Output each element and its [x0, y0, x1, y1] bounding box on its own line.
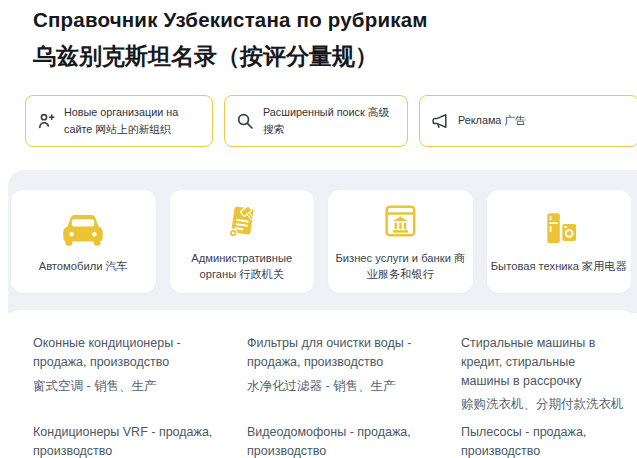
directory-page: Справочник Узбекистана по рубрикам 乌兹别克斯…: [0, 0, 637, 458]
rubric-links-grid: Оконные кондиционеры - продажа, производ…: [33, 334, 625, 458]
category-label-zh: 行政机关: [239, 268, 284, 280]
person-plus-icon: [37, 112, 55, 130]
rubric-text-ru: Фильтры для очистки воды - продажа, прои…: [247, 334, 445, 372]
search-icon: [236, 112, 254, 130]
button-label-zh: 广告: [504, 114, 526, 126]
category-card-business-services-banks[interactable]: Бизнес услуги и банки商业服务和银行: [328, 190, 473, 293]
document-gavel-icon: [222, 201, 262, 241]
category-card-administrative-organs[interactable]: Административные органы行政机关: [170, 190, 315, 293]
category-card-automobiles[interactable]: Автомобили汽车: [11, 190, 156, 293]
rubric-text-zh: 水净化过滤器 - 销售、生产: [247, 377, 445, 396]
advanced-search-button[interactable]: Расширенный поиск高级搜索: [224, 95, 408, 147]
button-label-zh: 网站上的新组织: [95, 123, 171, 135]
category-label-zh: 家用电器: [582, 260, 627, 272]
rubric-text-zh: 赊购洗衣机、分期付款洗衣机: [461, 395, 625, 414]
category-label: Автомобили汽车: [39, 258, 128, 274]
button-label: Новые организации на сайте网站上的新组织: [64, 104, 201, 139]
rubric-link-washing-machines-credit[interactable]: Стиральные машины в кредит, стиральные м…: [461, 334, 625, 414]
bank-icon: [380, 201, 420, 241]
megaphone-icon: [431, 112, 449, 130]
action-buttons-row: Новые организации на сайте网站上的新组织 Расшир…: [25, 95, 637, 147]
page-header: Справочник Узбекистана по рубрикам 乌兹别克斯…: [33, 8, 627, 72]
rubric-link-vacuum-cleaners[interactable]: Пылесосы - продажа, производство 真空吸尘器 -…: [461, 423, 625, 458]
rubric-text-ru: Видеодомофоны - продажа, производство: [247, 423, 445, 458]
category-section: Автомобили汽车: [8, 170, 637, 313]
rubric-link-water-filters[interactable]: Фильтры для очистки воды - продажа, прои…: [247, 334, 445, 414]
category-label-ru: Бизнес услуги и банки: [335, 252, 451, 264]
rubric-link-window-air-conditioners[interactable]: Оконные кондиционеры - продажа, производ…: [33, 334, 231, 414]
rubric-text-ru: Оконные кондиционеры - продажа, производ…: [33, 334, 231, 372]
category-card-household-appliances[interactable]: Бытовая техника家用电器: [487, 190, 632, 293]
category-label-ru: Бытовая техника: [491, 260, 579, 272]
rubric-link-video-intercoms[interactable]: Видеодомофоны - продажа, производство 可视…: [247, 423, 445, 458]
rubric-text-zh: 窗式空调 - 销售、生产: [33, 377, 231, 396]
rubric-links-panel: Оконные кондиционеры - продажа, производ…: [5, 310, 637, 458]
advertising-button[interactable]: Реклама广告: [419, 95, 637, 147]
appliances-icon: [539, 209, 579, 249]
rubric-text-ru: Стиральные машины в кредит, стиральные м…: [461, 334, 625, 390]
button-label: Расширенный поиск高级搜索: [263, 104, 396, 139]
category-label: Бизнес услуги и банки商业服务和银行: [332, 250, 469, 282]
button-label-ru: Реклама: [458, 114, 501, 126]
rubric-link-vrf-air-conditioners[interactable]: Кондиционеры VRF - продажа, производство…: [33, 423, 231, 458]
category-label: Административные органы行政机关: [174, 250, 311, 282]
car-icon: [60, 209, 106, 249]
category-label-zh: 汽车: [105, 260, 127, 272]
category-label-ru: Автомобили: [39, 260, 103, 272]
button-label: Реклама广告: [458, 112, 526, 129]
rubric-text-ru: Кондиционеры VRF - продажа, производство: [33, 423, 231, 458]
category-label: Бытовая техника家用电器: [491, 258, 627, 274]
category-cards-row: Автомобили汽车: [8, 170, 637, 293]
rubric-text-ru: Пылесосы - продажа, производство: [461, 423, 625, 458]
new-organizations-button[interactable]: Новые организации на сайте网站上的新组织: [25, 95, 213, 147]
button-label-ru: Расширенный поиск: [263, 106, 365, 118]
page-title-russian: Справочник Узбекистана по рубрикам: [33, 8, 627, 32]
page-title-chinese: 乌兹别克斯坦名录（按评分量规）: [33, 41, 627, 72]
